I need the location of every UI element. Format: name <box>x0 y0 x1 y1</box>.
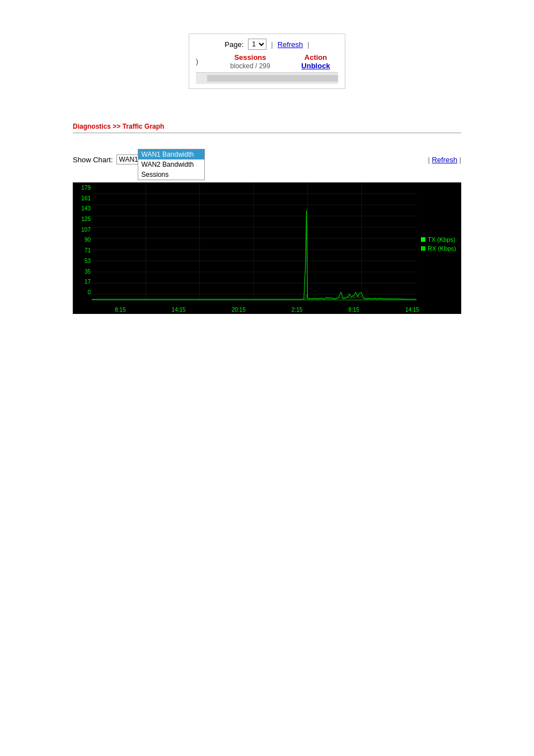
sessions-panel: Page: 1 2 3 | Refresh | ) Sessions block… <box>189 34 345 89</box>
x-label-2: 20:15 <box>232 307 246 313</box>
chart-dropdown-menu: WAN1 Bandwidth WAN2 Bandwidth Sessions <box>138 149 205 180</box>
y-label-161: 161 <box>74 195 91 201</box>
diagnostics-section: Diagnostics >> Traffic Graph Show Chart:… <box>0 100 534 325</box>
y-label-71: 71 <box>74 247 91 253</box>
arrow-cell: ) <box>196 58 207 65</box>
chart-pipe: | <box>428 156 429 164</box>
dropdown-item-sessions[interactable]: Sessions <box>138 170 204 180</box>
y-label-179: 179 <box>74 185 91 191</box>
page-row: Page: 1 2 3 | Refresh | <box>196 39 338 50</box>
chart-pipe-2: | <box>460 156 461 164</box>
dropdown-item-wan2[interactable]: WAN2 Bandwidth <box>138 159 204 170</box>
sessions-value: blocked / 299 <box>230 62 270 70</box>
x-label-3: 2:15 <box>292 307 302 313</box>
chart-main-area <box>92 182 416 306</box>
y-label-35: 35 <box>74 269 91 275</box>
x-label-5: 14:15 <box>405 307 419 313</box>
data-row-action <box>293 75 338 82</box>
page-select[interactable]: 1 2 3 <box>248 39 266 50</box>
section-breadcrumb: Diagnostics >> Traffic Graph <box>73 123 461 133</box>
chart-x-labels: 8:15 14:15 20:15 2:15 8:15 14:15 <box>73 306 461 314</box>
x-label-4: 8:15 <box>348 307 359 313</box>
traffic-chart: 179 161 143 125 107 90 71 53 35 17 0 <box>73 182 461 306</box>
dropdown-item-wan1[interactable]: WAN1 Bandwidth <box>138 149 204 159</box>
action-cell: Action Unblock <box>293 53 338 70</box>
x-label-1: 14:15 <box>172 307 186 313</box>
x-label-0: 8:15 <box>115 307 125 313</box>
y-label-143: 143 <box>74 205 91 212</box>
legend-rx: RX (Kbps) <box>421 245 457 252</box>
sessions-cell: Sessions blocked / 299 <box>207 53 293 70</box>
legend-rx-dot <box>421 246 425 251</box>
chart-svg <box>92 182 416 306</box>
y-label-0: 0 <box>74 289 91 295</box>
y-label-107: 107 <box>74 227 91 233</box>
chart-refresh-link[interactable]: Refresh <box>432 156 457 164</box>
chart-y-axis: 179 161 143 125 107 90 71 53 35 17 0 <box>73 182 92 306</box>
show-chart-label: Show Chart: <box>73 156 113 164</box>
chart-controls: Show Chart: WAN1 Bandwidth WAN2 Bandwidt… <box>73 139 461 180</box>
action-header: Action <box>293 53 338 62</box>
y-label-90: 90 <box>74 237 91 243</box>
pipe-separator: | <box>271 40 273 49</box>
y-label-125: 125 <box>74 216 91 222</box>
unblock-link[interactable]: Unblock <box>301 62 330 70</box>
data-row <box>196 72 338 84</box>
chart-controls-left: Show Chart: WAN1 Bandwidth WAN2 Bandwidt… <box>73 139 205 180</box>
chart-legend: TX (Kbps) RX (Kbps) <box>416 182 461 306</box>
page-label: Page: <box>224 40 243 49</box>
y-label-17: 17 <box>74 279 91 285</box>
legend-tx-label: TX (Kbps) <box>428 236 456 243</box>
legend-tx: TX (Kbps) <box>421 236 457 243</box>
pipe-separator-2: | <box>307 40 309 49</box>
top-section: Page: 1 2 3 | Refresh | ) Sessions block… <box>0 0 534 100</box>
data-row-content <box>207 75 293 82</box>
table-header-row: ) Sessions blocked / 299 Action Unblock <box>196 53 338 70</box>
chart-refresh-wrapper: | Refresh | <box>428 156 461 164</box>
y-label-53: 53 <box>74 258 91 264</box>
sessions-header: Sessions <box>207 53 293 62</box>
legend-rx-label: RX (Kbps) <box>428 245 456 252</box>
refresh-link[interactable]: Refresh <box>278 40 303 49</box>
legend-tx-dot <box>421 237 425 242</box>
